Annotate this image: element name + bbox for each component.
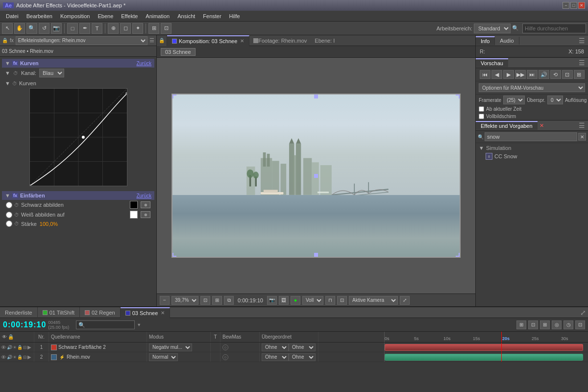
snapshot-btn[interactable]: 📷 — [267, 296, 277, 305]
tl-search-dropdown[interactable]: ▼ — [137, 322, 141, 327]
stopwatch-icon-2[interactable]: ⏱ — [12, 81, 17, 86]
expand-row1[interactable]: ▶ — [27, 344, 31, 350]
info-tab[interactable]: Info — [476, 36, 495, 45]
preview-area[interactable] — [157, 58, 475, 294]
einfarben-section-header[interactable]: ▼ fx Einfärben Zurück — [2, 191, 154, 200]
cycle-btn-1[interactable]: ○ — [222, 344, 228, 350]
modus-select-1[interactable]: Negativ mul... — [149, 343, 192, 351]
vollbild-checkbox[interactable] — [479, 114, 484, 119]
einfarben-back-link[interactable]: Zurück — [136, 193, 151, 198]
timecode-display[interactable]: 0:00:19:10 — [3, 320, 46, 329]
tool-zoom[interactable]: 🔍 — [26, 23, 37, 34]
transport-extra2[interactable]: ⊞ — [574, 70, 585, 79]
simulation-category[interactable]: ▼ Simulation — [476, 144, 588, 152]
weiss-radio[interactable] — [6, 212, 12, 218]
stopwatch-icon-4[interactable]: ⏱ — [14, 212, 19, 218]
tab-03-schnee[interactable]: 03 Schnee ✕ — [121, 307, 171, 318]
stopwatch-icon-5[interactable]: ⏱ — [14, 221, 19, 226]
expand-row2[interactable]: ▶ — [27, 354, 31, 360]
extra-btn[interactable]: ⧉ — [224, 296, 234, 305]
transport-next-frame[interactable]: ▶▶ — [515, 70, 526, 79]
workspace-select[interactable]: Standard — [474, 24, 511, 33]
menu-datei[interactable]: Datei — [2, 12, 23, 20]
cycle-btn-2[interactable]: ○ — [222, 354, 228, 360]
framerate-select[interactable]: (25) — [503, 96, 525, 104]
starke-radio[interactable] — [6, 220, 12, 227]
collapse-icon-1[interactable]: ⊟ — [23, 345, 27, 350]
tool-extra2[interactable]: ⊡ — [161, 23, 172, 34]
schwarz-icon[interactable]: ⊕ — [141, 201, 150, 208]
ab-aktuell-checkbox[interactable] — [479, 106, 484, 112]
info-panel-options[interactable]: ☰ — [576, 37, 588, 45]
uber-select-1[interactable]: Ohne — [262, 343, 289, 351]
tool-rect[interactable]: □ — [67, 23, 78, 34]
menu-komposition[interactable]: Komposition — [56, 12, 94, 20]
tool-hand[interactable]: ✋ — [14, 23, 25, 34]
menu-effekte[interactable]: Effekte — [117, 12, 142, 20]
grid-btn[interactable]: ⊞ — [212, 296, 222, 305]
tool-camera[interactable]: 📷 — [51, 23, 62, 34]
zoom-select[interactable]: 39,7% — [172, 296, 198, 305]
solo-icon-2[interactable]: ☀ — [13, 355, 17, 360]
weiss-swatch[interactable] — [130, 211, 138, 219]
menu-ansicht[interactable]: Ansicht — [173, 12, 199, 20]
menu-animation[interactable]: Animation — [142, 12, 173, 20]
stopwatch-icon[interactable]: ⏱ — [13, 71, 18, 76]
camera-select[interactable]: Aktive Kamera — [349, 296, 398, 305]
preview-panel-tab[interactable]: Vorschau — [476, 58, 508, 67]
tool-pen[interactable]: ✒ — [79, 23, 90, 34]
audio-tab[interactable]: Audio — [495, 37, 519, 45]
vis-eye-2[interactable]: 👁 — [1, 354, 6, 360]
tab-02-regen[interactable]: 02 Regen — [80, 307, 121, 318]
menu-bearbeiten[interactable]: Bearbeiten — [23, 12, 56, 20]
effects-close-icon[interactable]: ✕ — [539, 122, 544, 129]
tool-select[interactable]: ↖ — [2, 23, 13, 34]
effect-file-select[interactable]: Effekteinstellungen: Rhein.mov — [16, 36, 147, 45]
cc-snow-item[interactable]: 8 CC Snow — [476, 152, 588, 161]
lock-icon-row2[interactable]: 🔒 — [17, 355, 23, 360]
minimize-button[interactable]: − — [563, 2, 569, 9]
tool-clone[interactable]: ⊕ — [108, 23, 119, 34]
menu-fenster[interactable]: Fenster — [199, 12, 225, 20]
search-clear-btn[interactable]: ✕ — [578, 133, 586, 141]
tl-search-input[interactable] — [76, 320, 135, 329]
transport-play[interactable]: ▶ — [503, 70, 514, 79]
transport-first[interactable]: ⏮ — [480, 70, 490, 79]
timeline-expand-icon[interactable]: ⤢ — [580, 309, 586, 317]
expand-btn[interactable]: ⤢ — [400, 296, 410, 305]
zoom-out-btn[interactable]: − — [160, 296, 170, 305]
panel-menu-icon[interactable]: ☰ — [149, 37, 154, 44]
tl-tool-6[interactable]: ⊡ — [575, 320, 585, 329]
kanal-select[interactable]: Blau RGB Rot Grün — [39, 69, 64, 77]
tl-tool-3[interactable]: ⊞ — [540, 320, 550, 329]
collapse-icon-2[interactable]: ⊟ — [23, 355, 27, 360]
uber-select-1b[interactable]: Ohne — [289, 343, 316, 351]
fit-btn[interactable]: ⊡ — [200, 296, 210, 305]
maximize-button[interactable]: □ — [570, 2, 577, 9]
kurven-back-link[interactable]: Zurück — [136, 61, 151, 66]
transport-prev-frame[interactable]: ◀ — [491, 70, 502, 79]
effects-panel-options[interactable]: ☰ — [576, 122, 588, 129]
close-button[interactable]: ✕ — [578, 2, 585, 9]
menu-hilfe[interactable]: Hilfe — [225, 12, 244, 20]
kurven-section-header[interactable]: ▼ fx Kurven Zurück — [2, 59, 154, 68]
uber-select-2b[interactable]: Ohne — [289, 353, 316, 361]
effects-panel-tab[interactable]: Effekte und Vorgaben — [476, 121, 538, 130]
tl-tool-4[interactable]: ◎ — [552, 320, 562, 329]
vis-eye-1[interactable]: 👁 — [1, 344, 6, 350]
show-snapshot-btn[interactable]: 🖼 — [279, 296, 289, 305]
audio-icon-1[interactable]: 🔊 — [7, 345, 12, 350]
solo-icon-1[interactable]: ☀ — [13, 345, 17, 350]
stopwatch-icon-3[interactable]: ⏱ — [14, 202, 19, 208]
tool-text[interactable]: T — [92, 23, 102, 34]
curve-canvas-area[interactable] — [29, 88, 127, 186]
quality-select[interactable]: Voll — [302, 296, 323, 305]
transport-last[interactable]: ⏭ — [527, 70, 538, 79]
tab-komposition[interactable]: Komposition: 03 Schnee ✕ — [167, 35, 249, 46]
color-btn[interactable]: ● — [291, 296, 300, 305]
schwarz-swatch[interactable] — [130, 201, 138, 209]
tool-rotate[interactable]: ↺ — [39, 23, 49, 34]
tool-extra1[interactable]: ⊞ — [148, 23, 159, 34]
curve-svg[interactable] — [30, 89, 127, 186]
uber-select-2[interactable]: Ohne — [262, 353, 289, 361]
